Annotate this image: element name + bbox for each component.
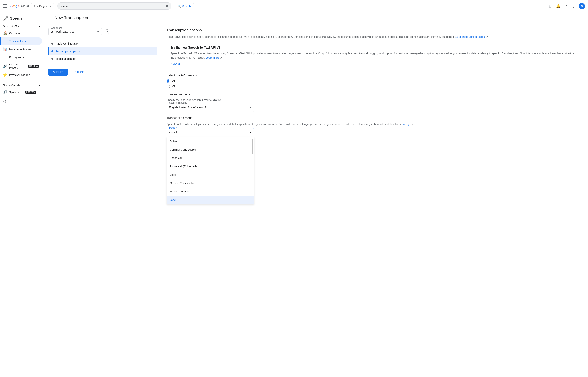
collapse-sidebar-icon: ◁: [3, 99, 6, 103]
sidebar-item-overview[interactable]: 🏠 Overview: [0, 29, 42, 37]
topbar: Google Cloud Test Project ▼ ✕ 🔍 Search ⬚…: [0, 0, 588, 12]
api-version-v1-label: V1: [172, 80, 175, 83]
api-version-title: Select the API Version: [167, 74, 583, 77]
model-dropdown-trigger[interactable]: Default ▼: [167, 128, 254, 137]
model-option-default[interactable]: Default: [167, 137, 254, 145]
custom-models-icon: 🔊: [3, 64, 7, 68]
workspace-value: sst_workspace_ppd: [51, 30, 95, 33]
page-title: New Transcription: [55, 15, 88, 20]
model-selected-value: Default: [169, 131, 178, 134]
sidebar-item-label: Transcriptions: [9, 40, 26, 43]
sidebar-item-preview-features[interactable]: ⭐ Preview Features: [0, 71, 42, 79]
dropdown-scrollbar: [252, 137, 253, 204]
api-version-v2-radio[interactable]: [167, 85, 170, 88]
workspace-dropdown-icon: ▼: [96, 30, 99, 33]
sidebar-item-label: Overview: [9, 32, 20, 35]
sidebar-section-text-to-speech[interactable]: Text-to-Speech ▲: [0, 82, 44, 88]
help-icon[interactable]: ?: [564, 4, 568, 8]
sidebar-item-model-adaptations[interactable]: 📊 Model Adaptations: [0, 45, 42, 53]
sidebar-item-synthesize[interactable]: 🎵 Synthesize PREVIEW: [0, 88, 42, 96]
more-button[interactable]: ▾ MORE: [170, 62, 180, 65]
transcriptions-icon: ☰: [3, 39, 7, 43]
search-button[interactable]: 🔍 Search: [175, 3, 194, 9]
sidebar-collapse-button[interactable]: ◁: [0, 96, 44, 106]
chevron-up-icon: ▲: [38, 25, 41, 28]
v2-banner-desc: Speech-to-Text API V2 modernizes the exi…: [170, 51, 579, 60]
sidebar-item-recognizers[interactable]: ☰ Recognizers: [0, 53, 42, 61]
model-dropdown-arrow-icon: ▼: [249, 131, 252, 134]
chevron-up-icon-tts: ▲: [38, 84, 41, 87]
settings-icon[interactable]: ⋮: [571, 4, 576, 8]
spoken-language-field-label: Spoken language *: [168, 102, 189, 104]
model-option-video[interactable]: Video: [167, 171, 254, 179]
api-version-v1-radio[interactable]: [167, 79, 170, 83]
learn-more-link[interactable]: Learn more: [206, 56, 219, 59]
sidebar-item-label: Preview Features: [9, 73, 30, 77]
workspace-selector-wrapper: Workspace sst_workspace_ppd ▼: [48, 28, 102, 35]
api-version-v2-label: V2: [172, 85, 175, 88]
model-option-medical-dictation[interactable]: Medical Dictation: [167, 187, 254, 196]
model-option-phone-call-enhanced[interactable]: Phone call (Enhanced): [167, 162, 254, 171]
sidebar-section-speech-to-text[interactable]: Speech-to-Text ▲: [0, 23, 44, 29]
search-input[interactable]: [60, 5, 164, 8]
model-dropdown-list: Default Command and search Phone call Ph…: [167, 137, 254, 204]
project-name: Test Project: [34, 5, 48, 8]
pricing-external-icon: ↗: [411, 123, 413, 126]
sidebar-divider: [0, 81, 44, 81]
spoken-language-select[interactable]: English (United States) - en-US English …: [167, 103, 254, 112]
sidebar-item-transcriptions[interactable]: ☰ Transcriptions: [0, 37, 42, 45]
back-button[interactable]: ←: [48, 16, 52, 20]
google-cloud-logo: Google Cloud: [10, 4, 29, 8]
spoken-language-select-wrapper: Spoken language * English (United States…: [167, 103, 254, 112]
sidebar-item-label: Recognizers: [9, 56, 24, 59]
model-option-command-search[interactable]: Command and search: [167, 145, 254, 154]
api-version-v2[interactable]: V2: [167, 85, 583, 88]
model-option-phone-call[interactable]: Phone call: [167, 154, 254, 162]
right-panel: Transcription options Not all advanced s…: [162, 24, 588, 377]
cloud-shell-icon[interactable]: ⬚: [548, 4, 553, 8]
sidebar-item-label: Synthesize: [9, 91, 22, 94]
project-selector[interactable]: Test Project ▼: [31, 3, 54, 9]
spoken-language-field: Spoken language * English (United States…: [167, 103, 583, 112]
action-buttons: SUBMIT CANCEL: [48, 69, 157, 76]
model-option-medical-conversation[interactable]: Medical Conversation: [167, 179, 254, 187]
step-item-model-adaptation[interactable]: Model adaptation: [48, 55, 157, 63]
notifications-icon[interactable]: 🔔: [556, 4, 561, 8]
avatar[interactable]: G: [579, 3, 585, 9]
v2-banner: Try the new Speech-to-Text API V2! Speec…: [167, 42, 583, 69]
step-item-audio-config[interactable]: Audio Configuration: [48, 40, 157, 47]
step-bullet-model: [51, 58, 53, 60]
step-bullet-transcription: [51, 50, 53, 52]
pricing-link[interactable]: pricing.: [402, 123, 410, 126]
synthesize-preview-badge: PREVIEW: [25, 91, 36, 94]
speech-product-icon: 🎤: [3, 16, 8, 21]
two-column-layout: Workspace sst_workspace_ppd ▼ ? Audio Co…: [44, 24, 588, 377]
workspace-selector[interactable]: Workspace sst_workspace_ppd ▼: [48, 28, 102, 35]
transcription-options-title: Transcription options: [167, 28, 583, 32]
search-icon: 🔍: [178, 5, 181, 8]
sidebar-item-custom-models[interactable]: 🔊 Custom Models PREVIEW: [0, 61, 42, 71]
cancel-button[interactable]: CANCEL: [70, 69, 90, 76]
dropdown-scroll-thumb: [252, 139, 253, 154]
recognizers-icon: ☰: [3, 55, 7, 59]
hamburger-menu-icon[interactable]: [3, 4, 8, 8]
submit-button[interactable]: SUBMIT: [48, 69, 68, 76]
topbar-left: Google Cloud Test Project ▼: [3, 3, 54, 9]
api-version-section: Select the API Version V1 V2: [167, 74, 583, 88]
workspace-help-icon[interactable]: ?: [105, 29, 109, 34]
transcription-model-desc: Speech-to-Text offers multiple speech re…: [167, 122, 583, 126]
step-item-transcription-options[interactable]: Transcription options: [48, 47, 157, 55]
main-layout: 🎤 Speech Speech-to-Text ▲ 🏠 Overview ☰ T…: [0, 12, 588, 377]
supported-configs-link[interactable]: Supported Configurations: [455, 35, 486, 38]
home-icon: 🏠: [3, 31, 7, 35]
sidebar-item-label: Model Adaptations: [9, 47, 31, 51]
step-label-transcription: Transcription options: [56, 50, 80, 53]
transcription-options-desc: Not all advanced settings are supported …: [167, 35, 583, 39]
topbar-right: ⬚ 🔔 ? ⋮ G: [548, 3, 585, 9]
model-adaptations-icon: 📊: [3, 47, 7, 51]
custom-models-preview-badge: PREVIEW: [28, 65, 39, 68]
api-version-v1[interactable]: V1: [167, 79, 583, 83]
search-clear-icon[interactable]: ✕: [166, 4, 168, 8]
model-option-long[interactable]: Long: [167, 196, 254, 204]
model-field-label: Model *: [168, 126, 178, 129]
